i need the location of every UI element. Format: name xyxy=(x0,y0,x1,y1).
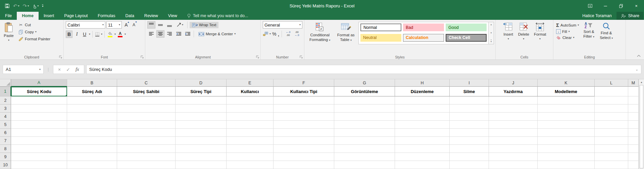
cell-G4[interactable] xyxy=(334,113,395,121)
cell-F8[interactable] xyxy=(274,145,334,153)
cell-K10[interactable] xyxy=(538,161,595,169)
wrap-text-button[interactable]: Wrap Text xyxy=(190,22,218,28)
cell-A9[interactable] xyxy=(11,153,67,161)
align-top-icon[interactable] xyxy=(147,21,155,29)
column-header-I[interactable]: I xyxy=(450,79,489,87)
close-icon[interactable]: × xyxy=(629,0,644,12)
cell-D2[interactable] xyxy=(176,96,227,104)
cell-J1[interactable]: Yazdırma xyxy=(489,87,538,96)
tell-me-box[interactable]: Tell me what you want to do... xyxy=(182,12,253,20)
cell-D7[interactable] xyxy=(176,137,227,145)
cell-L5[interactable] xyxy=(595,121,628,129)
minimize-icon[interactable]: ─ xyxy=(598,0,613,12)
column-header-J[interactable]: J xyxy=(489,79,538,87)
ribbon-display-options-icon[interactable] xyxy=(582,0,598,12)
gallery-down-icon[interactable]: ▾ xyxy=(491,31,492,35)
conditional-formatting-button[interactable]: ≠ ConditionalFormatting ▾ xyxy=(306,21,333,43)
cell-F7[interactable] xyxy=(274,137,334,145)
column-header-L[interactable]: L xyxy=(595,79,628,87)
align-middle-icon[interactable] xyxy=(156,21,164,29)
cell-M10[interactable] xyxy=(628,161,639,169)
cell-K6[interactable] xyxy=(538,129,595,137)
cell-G2[interactable] xyxy=(334,96,395,104)
cell-K4[interactable] xyxy=(538,113,595,121)
row-header-10[interactable]: 10 xyxy=(0,161,11,169)
cell-K2[interactable] xyxy=(538,96,595,104)
cell-E8[interactable] xyxy=(227,145,274,153)
comma-style-icon[interactable]: , xyxy=(278,32,279,36)
cell-C6[interactable] xyxy=(117,129,176,137)
cell-B10[interactable] xyxy=(67,161,117,169)
column-header-K[interactable]: K xyxy=(538,79,595,87)
expand-formula-bar-icon[interactable]: ⌄ xyxy=(636,68,638,71)
cell-I1[interactable]: Silme xyxy=(450,87,489,96)
user-name[interactable]: Hatice Toraman xyxy=(578,12,616,20)
cell-K9[interactable] xyxy=(538,153,595,161)
cell-E7[interactable] xyxy=(227,137,274,145)
cell-D10[interactable] xyxy=(176,161,227,169)
cell-L6[interactable] xyxy=(595,129,628,137)
cell-K8[interactable] xyxy=(538,145,595,153)
italic-button[interactable]: I xyxy=(73,31,80,38)
borders-dropdown[interactable]: ▾ xyxy=(101,33,102,36)
cell-C4[interactable] xyxy=(117,113,176,121)
cell-F5[interactable] xyxy=(274,121,334,129)
underline-dropdown[interactable]: ▾ xyxy=(89,33,90,36)
row-header-7[interactable]: 7 xyxy=(0,137,11,145)
cell-C8[interactable] xyxy=(117,145,176,153)
cell-style-neutral[interactable]: Neutral xyxy=(360,34,401,42)
cell-F9[interactable] xyxy=(274,153,334,161)
number-dialog-launcher[interactable] xyxy=(300,55,303,59)
cell-L10[interactable] xyxy=(595,161,628,169)
cell-C10[interactable] xyxy=(117,161,176,169)
bold-button[interactable]: B xyxy=(66,31,72,38)
find-select-button[interactable]: Find &Select ▾ xyxy=(598,21,614,54)
cell-L4[interactable] xyxy=(595,113,628,121)
cell-H3[interactable] xyxy=(395,104,450,113)
cell-G7[interactable] xyxy=(334,137,395,145)
autosum-button[interactable]: Σ AutoSum ▾ xyxy=(555,22,580,28)
cell-B7[interactable] xyxy=(67,137,117,145)
cell-F3[interactable] xyxy=(274,104,334,113)
cell-G8[interactable] xyxy=(334,145,395,153)
cell-A5[interactable] xyxy=(11,121,67,129)
cell-J8[interactable] xyxy=(489,145,538,153)
clipboard-dialog-launcher[interactable] xyxy=(59,55,62,59)
cell-F10[interactable] xyxy=(274,161,334,169)
cell-G10[interactable] xyxy=(334,161,395,169)
cell-H2[interactable] xyxy=(395,96,450,104)
cell-M7[interactable] xyxy=(628,137,639,145)
cell-A4[interactable] xyxy=(11,113,67,121)
cell-B9[interactable] xyxy=(67,153,117,161)
cell-I4[interactable] xyxy=(450,113,489,121)
scroll-up-icon[interactable]: ▲ xyxy=(639,79,644,85)
accounting-dropdown[interactable]: ▾ xyxy=(269,33,271,35)
row-header-6[interactable]: 6 xyxy=(0,129,11,137)
cell-G9[interactable] xyxy=(334,153,395,161)
tab-file[interactable]: File xyxy=(0,12,17,20)
row-header-3[interactable]: 3 xyxy=(0,104,11,113)
cell-J6[interactable] xyxy=(489,129,538,137)
cell-C7[interactable] xyxy=(117,137,176,145)
cell-H6[interactable] xyxy=(395,129,450,137)
cell-style-check-cell[interactable]: Check Cell xyxy=(446,34,487,42)
cancel-icon[interactable]: × xyxy=(58,67,61,72)
cell-B1[interactable]: Süreç Adı xyxy=(67,87,117,96)
cell-B4[interactable] xyxy=(67,113,117,121)
gallery-scrollbar[interactable]: ▴ ▾ ▾ xyxy=(489,22,494,44)
cell-D5[interactable] xyxy=(176,121,227,129)
copy-button[interactable]: Copy ▾ xyxy=(17,29,51,35)
row-header-2[interactable]: 2 xyxy=(0,96,11,104)
cell-I10[interactable] xyxy=(450,161,489,169)
cell-D4[interactable] xyxy=(176,113,227,121)
format-as-table-button[interactable]: Format asTable ▾ xyxy=(334,21,358,43)
cell-D3[interactable] xyxy=(176,104,227,113)
tab-insert[interactable]: Insert xyxy=(39,12,59,20)
cell-F2[interactable] xyxy=(274,96,334,104)
cell-H1[interactable]: Düzenleme xyxy=(395,87,450,96)
share-button[interactable]: Share xyxy=(616,12,643,20)
cell-I2[interactable] xyxy=(450,96,489,104)
tab-formulas[interactable]: Formulas xyxy=(93,12,120,20)
borders-icon[interactable] xyxy=(95,32,100,37)
insert-function-icon[interactable]: fx xyxy=(76,67,79,72)
